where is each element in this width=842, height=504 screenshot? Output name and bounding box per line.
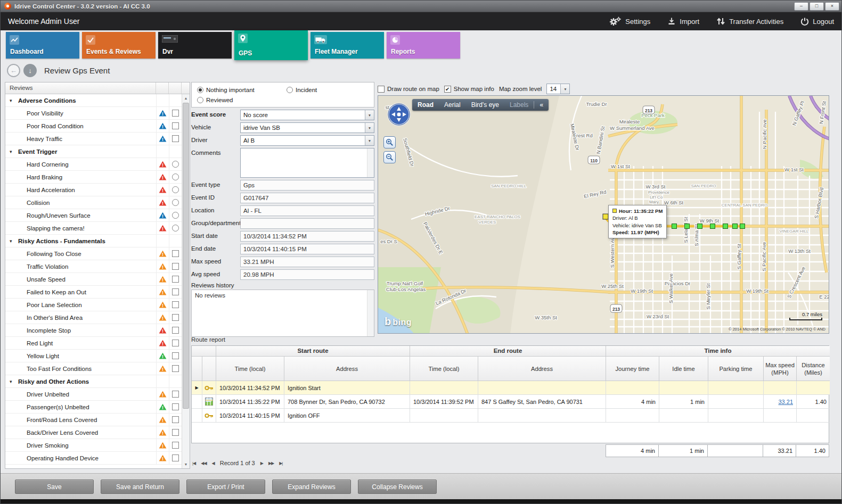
review-checkbox[interactable]: [172, 110, 179, 117]
checkbox-unchecked-icon[interactable]: [378, 86, 385, 93]
map-style-aerial[interactable]: Aerial: [439, 100, 466, 110]
review-item-row[interactable]: Back/Driver Lens Covered!: [5, 426, 182, 439]
review-checkbox[interactable]: [172, 327, 179, 334]
draw-route-checkbox[interactable]: Draw route on map: [378, 86, 439, 93]
tab-dashboard[interactable]: Dashboard: [6, 32, 79, 59]
column-header-address[interactable]: Address: [478, 357, 606, 381]
route-row[interactable]: 10/3/2014 11:40:15 PM Ignition OFF: [192, 409, 829, 423]
review-item-row[interactable]: Following Too Close!: [5, 247, 182, 260]
collapse-caret-icon[interactable]: ▾: [10, 98, 15, 103]
review-item-row[interactable]: Hard Cornering!: [5, 158, 182, 171]
review-checkbox[interactable]: [172, 416, 179, 423]
review-item-row[interactable]: Rough/Uneven Surface!: [5, 209, 182, 222]
review-item-row[interactable]: Poor Lane Selection!: [5, 299, 182, 311]
expand-reviews-button[interactable]: Expand Reviews: [272, 480, 351, 494]
transfer-button[interactable]: Transfer Activities: [716, 17, 783, 26]
prev-page-button[interactable]: ◀◀: [201, 461, 206, 466]
review-radio[interactable]: [172, 225, 179, 232]
map-style-labels[interactable]: Labels: [504, 100, 534, 110]
review-item-row[interactable]: Operating Handled Device!: [5, 452, 182, 465]
review-checkbox[interactable]: [172, 288, 179, 295]
map-style-road[interactable]: Road: [412, 100, 439, 110]
settings-button[interactable]: Settings: [609, 16, 650, 26]
export-print-button[interactable]: Export / Print: [186, 480, 265, 494]
show-map-info-checkbox[interactable]: ✔ Show map info: [444, 86, 494, 93]
review-item-row[interactable]: Poor Road Condition!: [5, 120, 182, 133]
checkbox-checked-icon[interactable]: ✔: [444, 86, 451, 93]
back-button[interactable]: ←: [7, 64, 20, 77]
review-checkbox[interactable]: [172, 122, 179, 129]
review-item-row[interactable]: Unsafe Speed!: [5, 273, 182, 286]
review-checkbox[interactable]: [172, 276, 179, 283]
collapse-caret-icon[interactable]: ▾: [10, 379, 15, 384]
column-header-time-local[interactable]: Time (local): [216, 357, 284, 381]
review-item-row[interactable]: Failed to Keep an Out!: [5, 286, 182, 299]
review-item-row[interactable]: In Other's Blind Area!: [5, 311, 182, 324]
review-item-row[interactable]: Traffic Violation!: [5, 260, 182, 273]
maximize-button[interactable]: □: [810, 2, 824, 11]
tab-dvr[interactable]: Dvr: [158, 32, 232, 59]
last-record-button[interactable]: ▶|: [279, 461, 282, 466]
review-checkbox[interactable]: [172, 340, 179, 346]
review-checkbox[interactable]: [172, 263, 179, 270]
review-checkbox[interactable]: [172, 314, 179, 321]
minimize-button[interactable]: –: [794, 2, 808, 11]
tab-gps[interactable]: GPS: [234, 30, 308, 60]
review-group-row[interactable]: ▾Event Trigger: [5, 145, 182, 158]
column-header-address[interactable]: Address: [284, 357, 410, 381]
review-item-row[interactable]: Too Fast For Conditions!: [5, 362, 182, 375]
dropdown-arrow-icon[interactable]: ▼: [365, 136, 374, 145]
logout-button[interactable]: Logout: [800, 17, 834, 26]
column-header-idle-time[interactable]: Idle time: [659, 357, 708, 381]
review-item-row[interactable]: Hard Acceleration!: [5, 184, 182, 196]
route-row[interactable]: 10/3/2014 11:35:22 PM 708 Bynner Dr, San…: [192, 395, 829, 409]
zoom-out-button[interactable]: [383, 151, 396, 163]
column-header-max-speed-mph[interactable]: Max speed (MPH): [764, 357, 797, 381]
dropdown-arrow-icon[interactable]: ▼: [365, 110, 374, 120]
reviews-scrollbar[interactable]: ▲ ▼: [182, 94, 190, 468]
review-checkbox[interactable]: [172, 391, 179, 398]
import-button[interactable]: Import: [667, 17, 699, 26]
classification-reviewed[interactable]: Reviewed: [197, 97, 233, 103]
dropdown-arrow-icon[interactable]: ▼: [560, 84, 569, 94]
review-checkbox[interactable]: [172, 429, 179, 436]
review-item-row[interactable]: Slapping the camera!!: [5, 222, 182, 235]
review-item-row[interactable]: Incomplete Stop!: [5, 324, 182, 337]
review-item-row[interactable]: Yellow Light!: [5, 350, 182, 362]
review-item-row[interactable]: Poor Visibility!: [5, 107, 182, 120]
bing-map[interactable]: st Rd ETrudie DrPeck ParkMiralesteW Summ…: [378, 95, 829, 334]
radio-selected-icon[interactable]: [197, 87, 203, 93]
review-checkbox[interactable]: [172, 301, 179, 308]
review-radio[interactable]: [172, 199, 179, 206]
review-group-row[interactable]: ▾Risky Actions - Fundamentals: [5, 235, 182, 247]
column-header-distance-miles[interactable]: Distance (Miles): [797, 357, 830, 381]
review-radio[interactable]: [172, 186, 179, 193]
close-button[interactable]: ×: [825, 2, 839, 11]
review-item-row[interactable]: Driver Unbelted!: [5, 388, 182, 401]
tab-fleet[interactable]: Fleet Manager: [310, 32, 384, 59]
review-checkbox[interactable]: [172, 352, 179, 359]
review-radio[interactable]: [172, 161, 179, 168]
review-item-row[interactable]: Heavy Traffic!: [5, 133, 182, 145]
vehicle-select[interactable]: idrive Van SB▼: [240, 122, 374, 133]
collapse-reviews-button[interactable]: Collapse Reviews: [358, 480, 437, 494]
driver-select[interactable]: Al B▼: [240, 135, 374, 146]
review-item-row[interactable]: Red Light!: [5, 337, 182, 350]
review-radio[interactable]: [172, 173, 179, 180]
column-header-parking-time[interactable]: Parking time: [708, 357, 764, 381]
route-row[interactable]: ▶ 10/3/2014 11:34:52 PM Ignition Start: [192, 381, 829, 395]
next-page-button[interactable]: ▶▶: [268, 461, 274, 466]
tab-events[interactable]: Events & Reviews: [82, 32, 156, 59]
column-header-time-local[interactable]: Time (local): [410, 357, 478, 381]
save-and-return-button[interactable]: Save and Return: [101, 480, 179, 494]
review-checkbox[interactable]: [172, 455, 179, 461]
comments-input[interactable]: [240, 148, 374, 178]
reviews-history-scrollbar[interactable]: [367, 290, 374, 336]
map-style-bird-s-eye[interactable]: Bird's eye: [466, 100, 504, 110]
next-record-button[interactable]: ▶: [260, 461, 263, 466]
map-nav-collapse[interactable]: «: [534, 100, 549, 110]
review-group-row[interactable]: ▾Risky and Other Actions: [5, 375, 182, 388]
collapse-caret-icon[interactable]: ▾: [10, 149, 15, 154]
max-speed-link[interactable]: 33.21: [778, 399, 793, 405]
review-item-row[interactable]: Front/Road Lens Covered!: [5, 414, 182, 426]
